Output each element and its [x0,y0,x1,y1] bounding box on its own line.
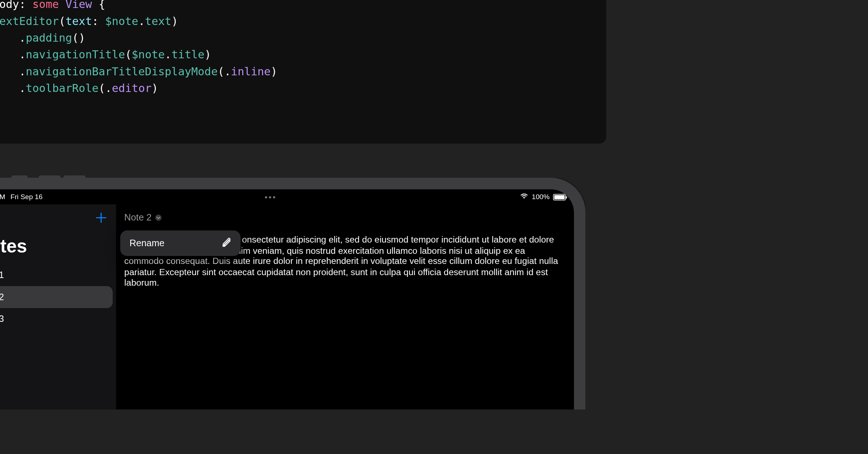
kw-some: some [33,0,59,10]
call: navigationTitle [26,48,125,61]
dot: . [19,31,26,44]
paren: ) [171,14,178,27]
code-block: struct NoteView: View { @ObservedObject … [0,0,606,144]
title-popover: Rename [120,231,241,256]
rename-menu-item[interactable]: Rename [120,232,241,255]
wifi-icon [520,193,528,201]
content-pane: Note 2 Rename [116,205,574,409]
paren: ( [59,14,65,27]
dot: . [105,81,112,94]
enum-case: editor [112,81,152,94]
paren: ) [204,48,211,61]
dot: . [165,48,171,61]
pencil-icon [222,237,231,249]
dot: . [19,48,26,61]
colon: : [92,14,98,27]
paren: ( [218,65,224,77]
colon: : [19,0,26,10]
svg-point-0 [524,198,525,199]
paren: ) [271,65,277,77]
field: text [145,14,171,27]
field: title [171,48,205,61]
note-list: Note 1 Note 2 Note 3 [0,264,116,330]
multitasking-indicator[interactable]: ••• [265,192,277,202]
device-frame: 11:59 PM Fri Sep 16 ••• 100% [0,178,586,409]
list-item[interactable]: Note 2 [0,286,113,308]
brace: { [99,0,105,10]
enum-case: inline [231,65,271,77]
paren: ( [99,81,105,94]
app: Notes Note 1 Note 2 Note 3 Note 2 [0,205,574,409]
status-time: 11:59 PM [0,193,5,201]
status-date: Fri Sep 16 [10,193,43,201]
call: navigationBarTitleDisplayMode [26,65,218,77]
paren: ( [125,48,132,61]
svg-point-5 [155,215,162,221]
call: toolbarRole [26,81,98,94]
chevron-down-icon[interactable] [155,214,162,221]
battery-icon [553,194,566,200]
sidebar-title: Notes [0,231,116,264]
status-bar: 11:59 PM Fri Sep 16 ••• 100% [0,189,574,205]
arg-label: text [65,14,92,27]
type: View [65,0,92,10]
sidebar: Notes Note 1 Note 2 Note 3 [0,205,116,409]
call: padding [26,31,72,44]
status-battery-pct: 100% [532,193,549,201]
nav-title[interactable]: Note 2 [124,213,152,223]
rename-label: Rename [129,238,165,248]
dot: . [19,65,26,77]
dot: . [19,81,26,94]
list-item[interactable]: Note 3 [0,308,113,330]
binding: $note [132,48,165,61]
call: TextEditor [0,14,59,27]
dot: . [224,65,231,77]
paren: ) [152,81,158,94]
prop-name: body [0,0,19,10]
dot: . [138,14,145,27]
binding: $note [105,14,139,27]
parens: () [72,31,85,44]
add-note-button[interactable] [93,210,109,226]
list-item[interactable]: Note 1 [0,264,113,286]
